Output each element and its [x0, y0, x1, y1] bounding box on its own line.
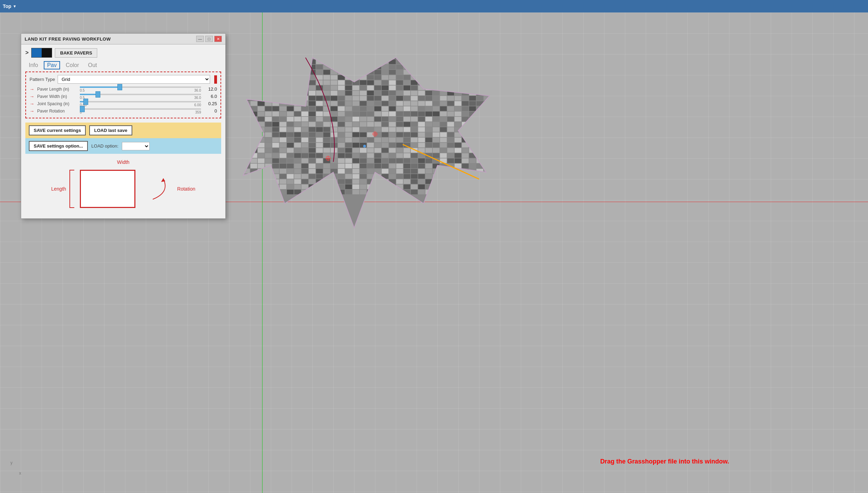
svg-rect-850: [389, 174, 396, 179]
svg-rect-502: [476, 122, 483, 127]
svg-rect-660: [316, 148, 323, 153]
load-last-button[interactable]: LOAD last save: [89, 125, 132, 135]
slider-value-1: 6.0: [204, 94, 217, 99]
svg-rect-248: [462, 85, 469, 90]
svg-rect-165: [382, 75, 389, 80]
svg-rect-858: [447, 174, 454, 179]
svg-rect-125: [352, 70, 359, 75]
slider-label-1: Paver Width (in): [37, 94, 77, 99]
top-bar-dropdown-icon[interactable]: ▼: [13, 4, 17, 8]
svg-rect-207: [425, 80, 432, 85]
svg-rect-351: [425, 101, 432, 106]
svg-rect-151: [279, 75, 286, 80]
svg-rect-933: [469, 184, 476, 189]
svg-rect-251: [484, 85, 491, 90]
tab-out[interactable]: Out: [85, 61, 101, 69]
svg-rect-200: [374, 80, 381, 85]
svg-rect-257: [265, 91, 272, 95]
svg-rect-777: [382, 164, 389, 168]
svg-rect-665: [352, 148, 359, 153]
svg-rect-935: [484, 184, 491, 189]
svg-rect-788: [462, 164, 469, 168]
svg-rect-213: [469, 80, 476, 85]
svg-rect-227: [309, 85, 316, 90]
svg-rect-965: [440, 190, 447, 194]
svg-rect-489: [382, 122, 389, 127]
svg-rect-934: [476, 184, 483, 189]
tab-info[interactable]: Info: [25, 61, 42, 69]
svg-rect-330: [272, 101, 279, 106]
svg-rect-868: [258, 179, 265, 184]
svg-rect-815: [396, 169, 403, 174]
slider-track-0[interactable]: [80, 86, 201, 88]
svg-rect-519: [338, 127, 345, 132]
svg-rect-117: [294, 70, 301, 75]
svg-rect-146: [243, 75, 250, 80]
svg-rect-872: [287, 179, 294, 184]
svg-rect-171: [425, 75, 432, 80]
svg-rect-873: [294, 179, 301, 184]
svg-rect-316: [433, 96, 440, 101]
svg-rect-869: [265, 179, 272, 184]
svg-rect-237: [382, 85, 389, 90]
svg-rect-646: [476, 143, 483, 148]
svg-rect-468: [491, 117, 493, 122]
load-option-select[interactable]: [122, 142, 150, 150]
svg-rect-398: [243, 111, 250, 116]
tab-color[interactable]: Color: [62, 61, 82, 69]
svg-rect-452: [374, 117, 381, 122]
slider-track-2[interactable]: [80, 101, 201, 102]
svg-rect-170: [418, 75, 425, 80]
minimize-button[interactable]: —: [196, 36, 204, 42]
svg-rect-610: [476, 137, 483, 142]
expand-arrow[interactable]: >: [25, 50, 28, 56]
svg-rect-894: [447, 179, 454, 184]
slider-track-3[interactable]: [80, 108, 201, 110]
svg-rect-959: [396, 190, 403, 194]
pattern-type-select[interactable]: Grid Herringbone Running Bond: [58, 75, 210, 84]
svg-rect-141: [469, 70, 476, 75]
maximize-button[interactable]: □: [205, 36, 213, 42]
svg-rect-173: [440, 75, 447, 80]
tab-pav[interactable]: Pav: [44, 61, 60, 69]
slider-minmax-3: 0 359: [80, 110, 201, 114]
slider-thumb-3: [80, 106, 85, 112]
svg-rect-504: [491, 122, 493, 127]
svg-rect-568: [433, 132, 440, 137]
save-current-button[interactable]: SAVE current settings: [29, 125, 86, 135]
color-swatch[interactable]: [31, 48, 52, 58]
svg-rect-261: [294, 91, 301, 95]
close-button[interactable]: ✕: [214, 36, 222, 42]
svg-rect-684: [491, 148, 493, 153]
svg-rect-12: [316, 54, 323, 59]
svg-rect-559: [367, 132, 374, 137]
svg-rect-586: [301, 137, 308, 142]
save-option-button[interactable]: SAVE settings option...: [29, 141, 88, 151]
svg-rect-657: [294, 148, 301, 153]
slider-track-1[interactable]: [80, 94, 201, 95]
svg-rect-827: [484, 169, 491, 174]
svg-rect-838: [301, 174, 308, 179]
svg-rect-33: [469, 54, 476, 59]
svg-rect-791: [484, 164, 491, 168]
pav-section: Pattern Type Grid Herringbone Running Bo…: [25, 72, 221, 118]
svg-rect-270: [360, 91, 367, 95]
svg-rect-334: [301, 101, 308, 106]
svg-rect-28: [433, 54, 440, 59]
svg-rect-422: [418, 111, 425, 116]
svg-rect-503: [484, 122, 491, 127]
svg-rect-408: [316, 111, 323, 116]
svg-rect-354: [447, 101, 454, 106]
svg-rect-778: [389, 164, 396, 168]
bake-pavers-button[interactable]: BAKE PAVERS: [55, 48, 97, 58]
svg-rect-43: [279, 59, 286, 64]
svg-rect-782: [418, 164, 425, 168]
svg-rect-739: [367, 158, 374, 163]
svg-rect-775: [367, 164, 374, 168]
svg-rect-230: [331, 85, 337, 90]
svg-rect-250: [476, 85, 483, 90]
svg-rect-556: [345, 132, 352, 137]
svg-rect-341: [352, 101, 359, 106]
svg-rect-252: [491, 85, 493, 90]
svg-rect-293: [265, 96, 272, 101]
